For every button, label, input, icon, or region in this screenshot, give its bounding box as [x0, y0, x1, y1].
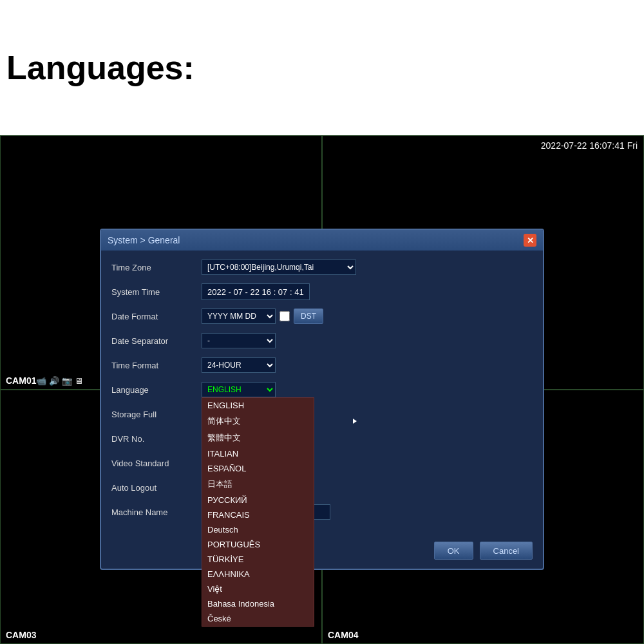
lang-option-french[interactable]: FRANCAIS: [202, 507, 314, 522]
date-separator-control: - / .: [202, 333, 276, 348]
system-time-display: 2022 - 07 - 22 16 : 07 : 41: [202, 283, 310, 300]
lang-option-traditional-chinese[interactable]: 繁體中文: [202, 430, 314, 446]
ok-button[interactable]: OK: [434, 542, 473, 560]
time-format-row: Time Format 24-HOUR 12-HOUR: [111, 356, 533, 374]
time-zone-label: Time Zone: [111, 263, 202, 272]
storage-full-label: Storage Full: [111, 410, 202, 419]
lang-option-indonesian[interactable]: Bahasa Indonesia: [202, 596, 314, 611]
dvr-no-label: DVR No.: [111, 434, 202, 444]
language-row: Language ENGLISH ENGLISH 简体中文 繁體中文 ITALI…: [111, 381, 533, 399]
dialog-title: System > General: [108, 235, 180, 245]
lang-option-japanese[interactable]: 日本語: [202, 476, 314, 493]
dst-checkbox[interactable]: [279, 311, 290, 321]
language-label: Language: [111, 385, 202, 395]
lang-option-simplified-chinese[interactable]: 简体中文: [202, 413, 314, 430]
page-title: Languages:: [6, 48, 194, 87]
video-standard-row: Video Standard PAL NTSC: [111, 454, 533, 472]
time-format-control: 24-HOUR 12-HOUR: [202, 357, 276, 373]
camera-grid: 2022-07-22 16:07:41 Fri CAM01 📹 🔊 📷 🖥 CA…: [0, 135, 644, 644]
date-format-row: Date Format YYYY MM DD DST: [111, 307, 533, 325]
system-time-label: System Time: [111, 287, 202, 297]
date-format-label: Date Format: [111, 312, 202, 321]
lang-option-greek[interactable]: ΕΛΛΗΝΙΚΑ: [202, 567, 314, 582]
system-time-row: System Time 2022 - 07 - 22 16 : 07 : 41: [111, 283, 533, 301]
date-separator-label: Date Separator: [111, 336, 202, 346]
top-section: Languages:: [0, 0, 644, 135]
dialog-close-button[interactable]: ✕: [524, 234, 536, 247]
machine-name-row: Machine Name: [111, 503, 533, 521]
auto-logout-row: Auto Logout: [111, 478, 533, 497]
dst-button[interactable]: DST: [294, 308, 323, 324]
auto-logout-label: Auto Logout: [111, 483, 202, 493]
lang-option-spanish[interactable]: ESPAÑOL: [202, 461, 314, 476]
date-format-control: YYYY MM DD DST: [202, 308, 323, 324]
lang-option-vietnamese[interactable]: Việt: [202, 582, 314, 596]
lang-option-turkish[interactable]: TÜRKİYE: [202, 552, 314, 567]
dialog-footer: OK Cancel: [101, 535, 543, 569]
date-separator-row: Date Separator - / .: [111, 332, 533, 350]
time-zone-row: Time Zone [UTC+08:00]Beijing,Urumqi,Tai: [111, 258, 533, 276]
lang-option-portuguese[interactable]: PORTUGUÊS: [202, 537, 314, 552]
lang-option-czech[interactable]: České: [202, 611, 314, 626]
lang-option-english[interactable]: ENGLISH: [202, 398, 314, 413]
system-general-dialog: System > General ✕ Time Zone [UTC+08:00]…: [100, 229, 544, 570]
language-dropdown: ENGLISH 简体中文 繁體中文 ITALIAN ESPAÑOL 日本語 РУ…: [202, 397, 314, 627]
video-standard-label: Video Standard: [111, 459, 202, 468]
date-format-select[interactable]: YYYY MM DD: [202, 308, 276, 324]
time-zone-select[interactable]: [UTC+08:00]Beijing,Urumqi,Tai: [202, 260, 356, 275]
system-time-control: 2022 - 07 - 22 16 : 07 : 41: [202, 283, 310, 300]
dialog-overlay: System > General ✕ Time Zone [UTC+08:00]…: [0, 135, 644, 644]
time-zone-control: [UTC+08:00]Beijing,Urumqi,Tai: [202, 260, 356, 275]
language-select[interactable]: ENGLISH: [202, 382, 276, 397]
storage-full-row: Storage Full: [111, 405, 533, 423]
machine-name-label: Machine Name: [111, 507, 202, 517]
lang-option-german[interactable]: Deutsch: [202, 522, 314, 537]
date-separator-select[interactable]: - / .: [202, 333, 276, 348]
language-control: ENGLISH ENGLISH 简体中文 繁體中文 ITALIAN ESPAÑO…: [202, 382, 276, 397]
lang-option-italian[interactable]: ITALIAN: [202, 446, 314, 461]
dvr-no-row: DVR No.: [111, 430, 533, 448]
time-format-select[interactable]: 24-HOUR 12-HOUR: [202, 357, 276, 373]
dialog-titlebar: System > General ✕: [101, 230, 543, 251]
dialog-body: Time Zone [UTC+08:00]Beijing,Urumqi,Tai …: [101, 251, 543, 535]
cancel-button[interactable]: Cancel: [480, 542, 533, 560]
lang-option-russian[interactable]: РУССКИЙ: [202, 493, 314, 507]
time-format-label: Time Format: [111, 361, 202, 370]
